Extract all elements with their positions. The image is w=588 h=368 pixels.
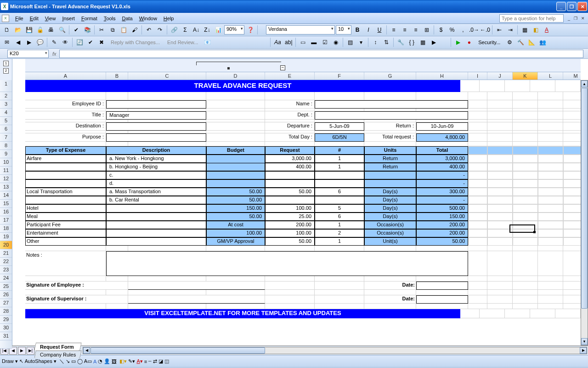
italic-icon[interactable]: I xyxy=(363,25,373,35)
formula-bar[interactable] xyxy=(59,50,583,58)
cell[interactable] xyxy=(460,309,480,318)
close-button[interactable]: ✕ xyxy=(577,2,587,11)
cell[interactable] xyxy=(416,92,468,100)
cell[interactable] xyxy=(538,100,563,109)
expense-type[interactable] xyxy=(25,179,106,188)
vertical-scrollbar[interactable]: ▲ ▼ xyxy=(581,80,588,345)
cell[interactable]: Total Day : xyxy=(265,133,315,142)
cell[interactable] xyxy=(538,179,563,188)
cell[interactable] xyxy=(468,111,487,120)
cell[interactable] xyxy=(468,146,487,155)
cell[interactable] xyxy=(487,179,513,188)
cell[interactable] xyxy=(106,92,128,100)
cell[interactable] xyxy=(468,304,487,309)
col-header-G[interactable]: G xyxy=(364,72,416,80)
cell[interactable]: Title : xyxy=(25,111,106,120)
cell[interactable] xyxy=(487,155,513,163)
cell[interactable] xyxy=(538,92,563,100)
align-right-icon[interactable]: ≡ xyxy=(411,25,421,35)
cell[interactable] xyxy=(106,142,128,146)
cell[interactable] xyxy=(563,251,581,276)
menu-window[interactable]: Window xyxy=(136,14,160,23)
expense-desc[interactable] xyxy=(106,213,206,221)
doc-minimize-button[interactable]: _ xyxy=(566,16,571,21)
row-header-30[interactable]: 30 xyxy=(0,324,12,332)
properties-icon[interactable]: 🔧 xyxy=(396,37,406,47)
cell[interactable] xyxy=(364,246,416,251)
cell[interactable]: Dept. : xyxy=(265,111,315,120)
option-control-icon[interactable]: ◉ xyxy=(331,37,341,47)
qty-cell[interactable] xyxy=(315,179,364,188)
shared-workspace-icon[interactable]: 👥 xyxy=(537,37,548,47)
notes-input[interactable] xyxy=(106,251,468,276)
cell[interactable] xyxy=(513,295,538,304)
expense-type[interactable] xyxy=(25,196,106,204)
units-cell[interactable] xyxy=(364,179,416,188)
font-color-icon[interactable]: A xyxy=(542,25,552,35)
groupbox-icon[interactable]: ▭ xyxy=(298,37,308,47)
cell[interactable] xyxy=(563,171,581,179)
cell[interactable] xyxy=(538,237,563,246)
qty-cell[interactable]: 1 xyxy=(315,221,364,229)
col-header-F[interactable]: F xyxy=(315,72,364,80)
units-cell[interactable]: Return xyxy=(364,163,416,171)
cell[interactable] xyxy=(513,163,538,171)
cell[interactable] xyxy=(563,196,581,204)
cell[interactable] xyxy=(538,188,563,196)
cell[interactable] xyxy=(106,290,128,295)
cell[interactable] xyxy=(265,290,315,295)
dash-style-icon[interactable]: ┄ xyxy=(148,358,152,364)
cell[interactable] xyxy=(513,100,538,109)
arrow-icon[interactable]: ↘ xyxy=(66,358,70,364)
decrease-decimal-icon[interactable]: ←.0 xyxy=(480,25,490,35)
label-icon[interactable]: Aa xyxy=(272,37,283,47)
request-cell[interactable] xyxy=(265,196,315,204)
request-cell[interactable]: 3,000.00 xyxy=(265,155,315,163)
units-cell[interactable]: Day(s) xyxy=(364,213,416,221)
row-header-10[interactable]: 10 xyxy=(0,158,12,167)
cell[interactable] xyxy=(487,188,513,196)
expense-desc[interactable]: b. Car Rental xyxy=(106,196,206,204)
budget-cell[interactable]: GM/VP Approval xyxy=(206,237,265,246)
sort-desc-icon[interactable]: Z↓ xyxy=(202,25,212,35)
cell[interactable] xyxy=(364,142,416,146)
row-header-28[interactable]: 28 xyxy=(0,307,12,316)
units-cell[interactable]: Day(s) xyxy=(364,188,416,196)
units-cell[interactable]: Occasion(s) xyxy=(364,221,416,229)
help-search-input[interactable] xyxy=(499,14,564,23)
cell[interactable] xyxy=(487,171,513,179)
cell[interactable] xyxy=(487,213,513,221)
cell[interactable] xyxy=(513,290,538,295)
cell[interactable] xyxy=(468,221,487,229)
cell[interactable] xyxy=(563,204,581,213)
cell[interactable]: Name : xyxy=(265,100,315,109)
cell[interactable] xyxy=(513,122,538,131)
cell[interactable] xyxy=(25,304,106,309)
minimize-button[interactable]: _ xyxy=(556,2,566,11)
menu-help[interactable]: Help xyxy=(160,14,177,23)
cell[interactable] xyxy=(487,111,513,120)
cell[interactable] xyxy=(563,276,581,282)
cell[interactable] xyxy=(563,295,581,304)
cell[interactable] xyxy=(538,221,563,229)
units-cell[interactable]: Day(s) xyxy=(364,204,416,213)
cell[interactable] xyxy=(206,92,265,100)
expense-desc[interactable] xyxy=(106,229,206,237)
cell[interactable] xyxy=(563,179,581,188)
cell[interactable]: Destination : xyxy=(25,122,106,131)
cell[interactable] xyxy=(468,179,487,188)
scroll-down-icon[interactable]: ▼ xyxy=(581,338,588,345)
dept-input[interactable] xyxy=(315,111,468,120)
qty-cell[interactable]: 6 xyxy=(315,213,364,221)
cell[interactable] xyxy=(487,204,513,213)
expense-desc[interactable]: a. New York - Hongkong xyxy=(106,155,206,163)
cell[interactable] xyxy=(513,282,538,290)
expense-desc[interactable]: b. Hongkong - Beijing xyxy=(106,163,206,171)
comma-icon[interactable]: , xyxy=(458,25,468,35)
permission-icon[interactable]: 🔓 xyxy=(35,25,45,35)
cell[interactable] xyxy=(513,204,538,213)
cell[interactable] xyxy=(487,229,513,237)
cell[interactable] xyxy=(513,146,538,155)
units-cell[interactable] xyxy=(364,171,416,179)
outline-level-1[interactable]: 1 xyxy=(3,61,9,66)
